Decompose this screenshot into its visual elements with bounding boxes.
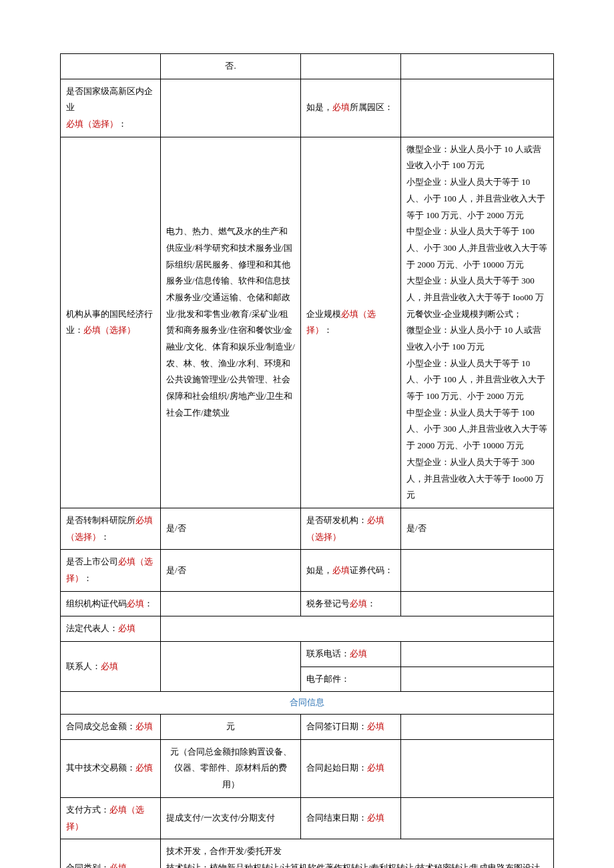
cell	[61, 54, 161, 79]
label-text: 证券代码：	[350, 565, 393, 575]
label-text: 合同成交总金额：	[66, 721, 135, 731]
label-text: 所属园区：	[350, 102, 393, 112]
table-row: 联系人：必填 联系电话：必填	[61, 642, 554, 667]
cell: 是/否	[161, 550, 301, 591]
label-text: ：	[83, 573, 92, 583]
required-tag: 必填（选择）	[66, 119, 118, 129]
required-tag: 必填	[118, 623, 135, 633]
section-title: 合同信息	[61, 692, 554, 715]
field-label: 机构从事的国民经济行业：必填（选择）	[61, 137, 161, 508]
cell[interactable]	[401, 550, 554, 591]
field-label: 如是，必填证券代码：	[301, 550, 401, 591]
label-text: 联系电话：	[306, 648, 350, 659]
required-tag: 必填	[332, 102, 350, 112]
field-label: 是否国家级高新区内企业 必填（选择）：	[61, 79, 161, 137]
cell	[301, 54, 401, 79]
table-row: 合同成交总金额：必填 元 合同签订日期：必填	[61, 715, 554, 740]
label-text: ：	[367, 598, 376, 608]
required-tag: 必填	[109, 863, 127, 868]
required-tag: 必慎	[135, 763, 153, 773]
cell: 是/否	[401, 508, 554, 549]
cell[interactable]	[401, 667, 554, 692]
label-text: 合同起始日期：	[306, 763, 367, 773]
section-header-row: 合同信息	[61, 692, 554, 715]
form-table: 否. 是否国家级高新区内企业 必填（选择）： 如是，必填所属园区： 机构从事的国…	[60, 53, 554, 868]
table-row: 组织机构证代码必填： 税务登记号必填：	[61, 591, 554, 616]
cell: 元	[161, 715, 301, 740]
required-tag: 必填	[350, 598, 367, 608]
label-text: 支付方式：	[66, 805, 109, 815]
cell[interactable]	[161, 642, 301, 692]
required-tag: 必填	[367, 721, 384, 731]
label-text: ：	[144, 598, 153, 608]
field-label: 合同起始日期：必填	[301, 739, 401, 797]
label-text: 合同结束日期：	[306, 813, 367, 823]
table-row: 法定代表人：必填	[61, 616, 554, 642]
cell[interactable]	[401, 797, 554, 839]
table-row: 其中技术交易额：必慎 元（合同总金额扣除购置设备、仪器、零部件、原材料后的费用）…	[61, 739, 554, 797]
field-label: 联系人：必填	[61, 642, 161, 692]
field-label: 组织机构证代码必填：	[61, 591, 161, 616]
field-label: 其中技术交易额：必慎	[61, 739, 161, 797]
table-row: 合同类别：必填 技术开发，合作开发/委托开发 技术转让：植物新品种权转让/计算机…	[61, 839, 554, 868]
label-text: 是否研发机构：	[306, 515, 367, 525]
cell[interactable]	[401, 642, 554, 667]
cell[interactable]	[401, 79, 554, 137]
label-text: 如是，	[306, 565, 332, 575]
field-label: 合同结束日期：必填	[301, 797, 401, 839]
required-tag: 必填	[367, 813, 384, 823]
label-text: 如是，	[306, 102, 332, 112]
field-label: 合同类别：必填	[61, 839, 161, 868]
cell[interactable]	[161, 79, 301, 137]
cell: 否.	[161, 54, 301, 79]
label-text: 合同类别：	[66, 863, 109, 868]
label-text: ：	[101, 532, 109, 542]
label-text: 联系人：	[66, 661, 101, 671]
cell	[401, 54, 554, 79]
label-text: 是否国家级高新区内企业	[66, 86, 153, 113]
label-text: 是否上市公司	[66, 556, 118, 566]
table-row: 是否上市公司必填（选择）： 是/否 如是，必填证券代码：	[61, 550, 554, 591]
cell: 是/否	[161, 508, 301, 549]
field-label: 企业规模必填（选择）：	[301, 137, 401, 508]
table-row: 是否转制科研院所必填（选择）： 是/否 是否研发机构：必填（选择） 是/否	[61, 508, 554, 549]
cell[interactable]	[401, 591, 554, 616]
cell: 元（合同总金额扣除购置设备、仪器、零部件、原材料后的费用）	[161, 739, 301, 797]
cell: 技术开发，合作开发/委托开发 技术转让：植物新品种权转让/计算机软件著作权转让/…	[161, 839, 554, 868]
cell: 微型企业：从业人员小于 10 人或营业收入小于 100 万元 小型企业：从业人员…	[401, 137, 554, 508]
label-text: ：	[324, 325, 332, 335]
field-label: 税务登记号必填：	[301, 591, 401, 616]
required-tag: 必填	[367, 763, 384, 773]
cell[interactable]	[161, 591, 301, 616]
required-tag: 必填	[101, 661, 118, 671]
required-tag: 必填	[135, 721, 153, 731]
field-label: 法定代表人：必填	[61, 616, 161, 642]
field-label: 是否研发机构：必填（选择）	[301, 508, 401, 549]
label-text: 法定代表人：	[66, 623, 118, 633]
label-text: 税务登记号	[306, 598, 350, 608]
cell: 提成支付/一次支付/分期支付	[161, 797, 301, 839]
label-text: 合同签订日期：	[306, 721, 367, 731]
label-text: 组织机构证代码	[66, 598, 127, 608]
table-row: 机构从事的国民经济行业：必填（选择） 电力、热力、燃气及水的生产和供应业/科学研…	[61, 137, 554, 508]
field-label: 电子邮件：	[301, 667, 401, 692]
required-tag: 必填（选择）	[83, 325, 135, 335]
label-text: 其中技术交易额：	[66, 763, 135, 773]
cell[interactable]	[161, 616, 554, 642]
field-label: 是否转制科研院所必填（选择）：	[61, 508, 161, 549]
field-label: 是否上市公司必填（选择）：	[61, 550, 161, 591]
field-label: 合同签订日期：必填	[301, 715, 401, 740]
field-label: 合同成交总金额：必填	[61, 715, 161, 740]
cell[interactable]	[401, 715, 554, 740]
label-text: 是否转制科研院所	[66, 515, 135, 525]
cell: 电力、热力、燃气及水的生产和供应业/科学研究和技术服务业/国际组织/居民服务、修…	[161, 137, 301, 508]
label-text: 企业规模	[306, 309, 341, 319]
label-text: ：	[118, 119, 127, 129]
required-tag: 必填	[350, 648, 367, 659]
table-row: 否.	[61, 54, 554, 79]
table-row: 支付方式：必填（选择） 提成支付/一次支付/分期支付 合同结束日期：必填	[61, 797, 554, 839]
cell[interactable]	[401, 739, 554, 797]
field-label: 联系电话：必填	[301, 642, 401, 667]
required-tag: 必填	[332, 565, 350, 575]
required-tag: 必填	[127, 598, 144, 608]
